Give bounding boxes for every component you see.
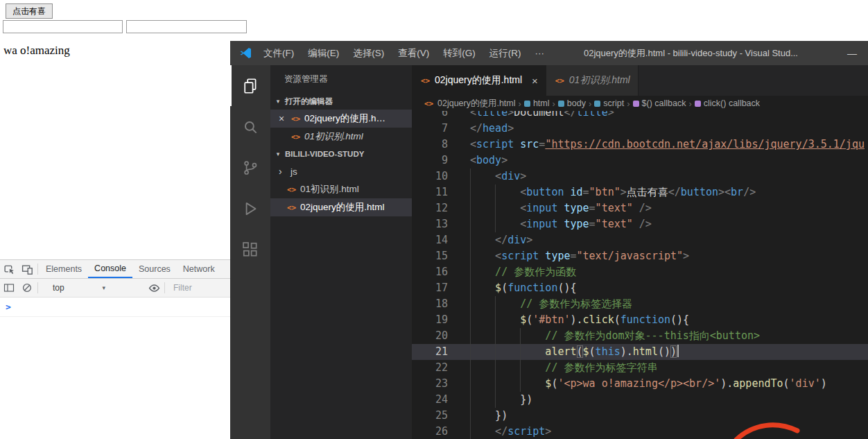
line-number[interactable]: 8 <box>412 137 448 153</box>
code-line[interactable]: 9<body> <box>412 153 868 169</box>
activity-bar <box>230 65 270 439</box>
minimize-button[interactable]: — <box>836 41 868 65</box>
open-editor-item[interactable]: <>01初识别.html <box>270 128 412 146</box>
console-output[interactable]: > <box>0 298 230 317</box>
code-line[interactable]: 20// 参数作为dom对象---this指向<button> <box>412 328 868 344</box>
line-number[interactable]: 26 <box>412 424 448 439</box>
code-line[interactable]: 11<button id="btn">点击有喜</button><br/> <box>412 184 868 200</box>
window-title: 02jquery的使用.html - bilili-video-study - … <box>584 41 798 65</box>
code-line[interactable]: 6<title>Document</title> <box>412 111 868 121</box>
search-activity-icon[interactable] <box>230 106 270 147</box>
breadcrumb-item[interactable]: body <box>558 98 586 108</box>
devtools-tab-sources[interactable]: Sources <box>132 260 177 278</box>
frame-selector-dropdown[interactable]: top ▾ <box>49 282 109 294</box>
line-number[interactable]: 15 <box>412 248 448 264</box>
open-editors-section-header[interactable]: ▾ 打开的编辑器 <box>270 93 412 110</box>
extensions-activity-icon[interactable] <box>230 229 270 270</box>
breadcrumb-label: body <box>567 98 586 108</box>
line-number[interactable]: 18 <box>412 296 448 312</box>
source-control-activity-icon[interactable] <box>230 147 270 188</box>
editor-tab[interactable]: <>01初识别.html <box>546 65 639 96</box>
line-number[interactable]: 17 <box>412 280 448 296</box>
code-line[interactable]: 14</div> <box>412 232 868 248</box>
line-number[interactable]: 22 <box>412 360 448 376</box>
code-line[interactable]: 18// 参数作为标签选择器 <box>412 296 868 312</box>
line-number[interactable]: 11 <box>412 184 448 200</box>
explorer-sidebar: 资源管理器 ▾ 打开的编辑器 ×<>02jquery的使用.html<>01初识… <box>270 65 412 439</box>
explorer-file[interactable]: <>01初识别.html <box>270 180 412 198</box>
menu-item-4[interactable]: 转到(G) <box>436 47 483 60</box>
code-line[interactable]: 26</script> <box>412 424 868 439</box>
code-line[interactable]: 7</head> <box>412 121 868 137</box>
code-line[interactable]: 23$('<p>wa o!amazing</p><br/>').appendTo… <box>412 376 868 392</box>
line-number[interactable]: 20 <box>412 328 448 344</box>
menu-item-0[interactable]: 文件(F) <box>257 47 301 60</box>
code-area[interactable]: 6<title>Document</title>7</head>8<script… <box>412 111 868 439</box>
code-line[interactable]: 25}) <box>412 408 868 424</box>
divider <box>37 264 38 275</box>
line-number[interactable]: 16 <box>412 264 448 280</box>
code-line[interactable]: 12<input type="text" /> <box>412 200 868 216</box>
code-line[interactable]: 19$('#btn').click(function(){ <box>412 312 868 328</box>
line-number[interactable]: 24 <box>412 392 448 408</box>
line-number[interactable]: 10 <box>412 169 448 184</box>
code-text: // 参数作为dom对象---this指向<button> <box>470 328 868 344</box>
run-debug-activity-icon[interactable] <box>230 188 270 229</box>
console-prompt-row[interactable]: > <box>0 298 230 317</box>
devtools-tab-console[interactable]: Console <box>88 260 132 278</box>
workspace-section-header[interactable]: ▾ BILILI-VIDEO-STUDY <box>270 146 412 162</box>
breadcrumb-separator: › <box>589 98 591 109</box>
explorer-activity-icon[interactable] <box>230 65 270 106</box>
console-filter-input[interactable]: Filter <box>173 283 192 293</box>
console-sidebar-icon[interactable] <box>0 282 18 293</box>
code-line[interactable]: 8<script src="https://cdn.bootcdn.net/aj… <box>412 137 868 153</box>
line-number[interactable]: 7 <box>412 121 448 137</box>
menu-item-6[interactable]: ··· <box>528 48 552 58</box>
code-line[interactable]: 13<input type="text" /> <box>412 216 868 232</box>
menu-item-1[interactable]: 编辑(E) <box>301 47 346 60</box>
breadcrumb-item[interactable]: $() callback <box>633 98 686 108</box>
line-number[interactable]: 25 <box>412 408 448 424</box>
demo-button[interactable]: 点击有喜 <box>6 3 53 19</box>
code-line[interactable]: 17$(function(){ <box>412 280 868 296</box>
line-number[interactable]: 6 <box>412 111 448 121</box>
devtools-tab-network[interactable]: Network <box>177 260 221 278</box>
line-number[interactable]: 19 <box>412 312 448 328</box>
line-number[interactable]: 14 <box>412 232 448 248</box>
explorer-file[interactable]: ›js <box>270 162 412 180</box>
workspace-label: BILILI-VIDEO-STUDY <box>285 150 364 158</box>
text-input-1[interactable] <box>3 20 123 33</box>
inspect-element-icon[interactable] <box>0 260 18 278</box>
line-number[interactable]: 23 <box>412 376 448 392</box>
close-icon[interactable]: × <box>532 75 538 87</box>
live-expression-eye-icon[interactable] <box>145 282 163 294</box>
code-line[interactable]: 24}) <box>412 392 868 408</box>
devtools-panel: ElementsConsoleSourcesNetwork top ▾ <box>0 259 230 439</box>
line-number[interactable]: 9 <box>412 153 448 169</box>
menu-item-5[interactable]: 运行(R) <box>483 47 528 60</box>
breadcrumb-item[interactable]: <>02jquery的使用.html <box>423 98 516 110</box>
close-icon[interactable]: × <box>276 113 287 124</box>
line-number[interactable]: 12 <box>412 200 448 216</box>
clear-console-icon[interactable] <box>18 282 36 293</box>
code-line[interactable]: 16// 参数作为函数 <box>412 264 868 280</box>
menu-item-2[interactable]: 选择(S) <box>346 47 391 60</box>
device-toolbar-icon[interactable] <box>18 260 36 278</box>
code-line[interactable]: 10<div> <box>412 169 868 184</box>
breadcrumb-item[interactable]: click() callback <box>695 98 760 108</box>
open-editor-item[interactable]: ×<>02jquery的使用.html <box>270 110 412 128</box>
text-input-2[interactable] <box>126 20 247 33</box>
code-line[interactable]: 15<script type="text/javascript"> <box>412 248 868 264</box>
indent-guide <box>470 328 545 344</box>
line-number[interactable]: 13 <box>412 216 448 232</box>
line-number[interactable]: 21 <box>412 344 448 360</box>
explorer-file[interactable]: <>02jquery的使用.html <box>270 198 412 216</box>
menu-item-3[interactable]: 查看(V) <box>391 47 436 60</box>
devtools-tab-elements[interactable]: Elements <box>40 260 88 278</box>
breadcrumb-item[interactable]: html <box>524 98 550 108</box>
html-file-icon: <> <box>290 114 302 123</box>
code-line[interactable]: 22// 参数作为标签字符串 <box>412 360 868 376</box>
breadcrumb-item[interactable]: script <box>594 98 624 108</box>
code-line[interactable]: 21alert($(this).html()) <box>412 344 868 360</box>
editor-tab[interactable]: <>02jquery的使用.html× <box>412 65 546 96</box>
